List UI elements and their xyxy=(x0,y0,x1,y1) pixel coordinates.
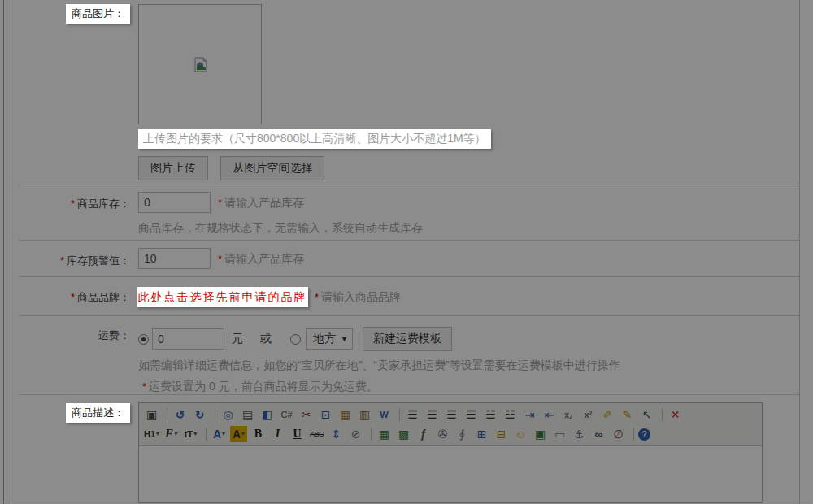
required-mark: * xyxy=(218,197,222,209)
warning-requirement-hint: *请输入产品库存 xyxy=(218,251,304,267)
cut-icon[interactable]: ✂ xyxy=(298,406,315,423)
freight-value-cell: 元 或 地方 ▼ 新建运费模板 如需编辑详细运费信息，如您的“宝贝所在地”、“卖… xyxy=(130,316,799,394)
attachment-icon[interactable]: ∮ xyxy=(454,426,471,442)
superscript-icon[interactable]: x² xyxy=(580,406,597,423)
page-break-icon[interactable]: ▭ xyxy=(551,426,568,442)
brand-label-cell: *商品品牌： xyxy=(19,277,130,315)
editor-content-area[interactable] xyxy=(139,446,762,502)
paste-text-icon[interactable]: ▥ xyxy=(356,406,373,423)
toolbar-separator xyxy=(215,408,215,421)
toolbar-separator xyxy=(633,428,634,441)
image-map-icon[interactable]: ▣ xyxy=(532,426,549,442)
broken-image-icon xyxy=(194,57,208,72)
editor-toolbar: ▣↺↻◎▤◧C#✂⊡▦▥W☰☰☰☰☱☳⇥⇤x₂x²✐✎↖✕ H1▾F▾tT▾A▾… xyxy=(139,403,762,446)
upload-image-button[interactable]: 图片上传 xyxy=(138,156,208,180)
freight-template-select[interactable]: 地方 ▼ xyxy=(306,328,353,350)
stock-warning-input[interactable] xyxy=(138,248,211,269)
toolbar-separator xyxy=(206,428,207,441)
row-product-image: 商品图片： 上传图片的要求（尺寸800*800以上高清晰、图片大小不超过1M等）… xyxy=(19,0,799,185)
select-all-icon[interactable]: ◧ xyxy=(259,406,276,423)
select-cursor-icon[interactable]: ↖ xyxy=(638,406,655,423)
upload-requirement-callout: 上传图片的要求（尺寸800*800以上高清晰、图片大小不超过1M等） xyxy=(138,129,491,149)
freight-fixed-radio[interactable] xyxy=(138,334,149,345)
align-center-icon[interactable]: ☰ xyxy=(424,406,441,423)
subscript-icon[interactable]: x₂ xyxy=(560,406,577,423)
copy-icon[interactable]: ⊡ xyxy=(317,406,334,423)
highlight-color-icon[interactable]: A▾ xyxy=(230,426,247,442)
freight-note-text: 运费设置为 0 元，前台商品将显示为免运费。 xyxy=(149,380,378,393)
link-icon[interactable]: ∞ xyxy=(590,426,607,442)
required-mark: * xyxy=(71,291,75,303)
paste-source-icon[interactable]: ▣ xyxy=(143,406,160,423)
row-product-brand: *商品品牌： 此处点击选择先前申请的品牌 *请输入商品品牌 xyxy=(19,277,799,316)
product-image-label: 商品图片： xyxy=(72,7,124,20)
product-form-table: 商品图片： 上传图片的要求（尺寸800*800以上高清晰、图片大小不超过1M等）… xyxy=(19,0,800,504)
choose-from-image-space-button[interactable]: 从图片空间选择 xyxy=(220,156,324,180)
stock-requirement-hint: *请输入产品库存 xyxy=(218,195,304,211)
freight-helper-text: 如需编辑详细运费信息，如您的“宝贝所在地”、“卖家承担运费”等设置需要在运费模板… xyxy=(138,358,799,373)
stock-input[interactable] xyxy=(138,192,211,213)
warning-label: 库存预警值： xyxy=(67,254,130,267)
freight-or-label: 或 xyxy=(260,332,272,346)
freight-label: 运费： xyxy=(98,329,130,341)
font-size-icon[interactable]: tT▾ xyxy=(182,426,199,442)
required-mark: * xyxy=(71,198,75,210)
justify-icon[interactable]: ☰ xyxy=(463,406,480,423)
font-family-icon[interactable]: F▾ xyxy=(163,426,180,442)
redo-icon[interactable]: ↻ xyxy=(191,406,208,423)
caret-down-icon: ▾ xyxy=(193,431,197,437)
unlink-icon[interactable]: ∅ xyxy=(610,426,627,442)
font-color-icon[interactable]: A▾ xyxy=(211,426,228,442)
fullscreen-icon[interactable]: ✕ xyxy=(667,406,684,423)
bold-icon[interactable]: B xyxy=(250,426,267,442)
remove-format-icon[interactable]: ⊘ xyxy=(347,426,364,442)
insert-images-icon[interactable]: ▩ xyxy=(395,426,412,442)
horizontal-rule-icon[interactable]: ⊟ xyxy=(493,426,510,442)
description-label-callout: 商品描述： xyxy=(66,403,130,423)
help-icon[interactable]: ? xyxy=(638,428,650,441)
anchor-icon[interactable]: ⚓ xyxy=(571,426,588,442)
bullet-list-icon[interactable]: ☳ xyxy=(502,406,519,423)
freight-template-radio[interactable] xyxy=(290,334,301,345)
preview-icon[interactable]: ◎ xyxy=(220,406,237,423)
edit-note-icon[interactable]: ✎ xyxy=(619,406,636,423)
product-image-label-callout: 商品图片： xyxy=(66,4,130,24)
row-freight: 运费： 元 或 地方 ▼ 新建运费模板 如需编辑详细运费信息，如您的“宝贝所在地… xyxy=(19,316,799,395)
heading-icon[interactable]: H1▾ xyxy=(143,426,160,442)
line-height-icon[interactable]: ⇕ xyxy=(328,426,345,442)
insert-video-icon[interactable]: ✇ xyxy=(434,426,451,442)
image-upload-placeholder[interactable] xyxy=(138,4,262,124)
align-right-icon[interactable]: ☰ xyxy=(443,406,460,423)
paste-icon[interactable]: ▦ xyxy=(337,406,354,423)
caret-down-icon: ▾ xyxy=(241,431,245,437)
required-mark: * xyxy=(60,254,64,267)
ordered-list-icon[interactable]: ☱ xyxy=(482,406,499,423)
brand-select-callout[interactable]: 此处点击选择先前申请的品牌 xyxy=(137,287,308,307)
italic-icon[interactable]: I xyxy=(269,426,286,442)
freight-amount-input[interactable] xyxy=(152,328,224,350)
freight-unit-label: 元 xyxy=(232,332,243,346)
align-left-icon[interactable]: ☰ xyxy=(404,406,421,423)
print-icon[interactable]: ▤ xyxy=(239,406,256,423)
strikethrough-icon[interactable]: ABC xyxy=(308,426,325,442)
format-brush-icon[interactable]: ✐ xyxy=(599,406,616,423)
stock-label: 商品库存： xyxy=(77,198,130,210)
outdent-icon[interactable]: ⇤ xyxy=(541,406,558,423)
source-code-icon[interactable]: C# xyxy=(278,406,295,423)
description-label: 商品描述： xyxy=(72,406,124,419)
stock-requirement-text: 请输入产品库存 xyxy=(224,196,304,209)
description-label-cell: 商品描述： xyxy=(19,395,130,504)
freight-template-selected-value: 地方 xyxy=(307,332,341,346)
emoticon-icon[interactable]: ☺ xyxy=(512,426,529,442)
undo-icon[interactable]: ↺ xyxy=(172,406,189,423)
paste-word-icon[interactable]: W xyxy=(376,406,393,423)
new-freight-template-button[interactable]: 新建运费模板 xyxy=(363,327,452,351)
insert-table-icon[interactable]: ⊞ xyxy=(473,426,490,442)
underline-icon[interactable]: U xyxy=(289,426,306,442)
row-product-stock: *商品库存： *请输入产品库存 商品库存，在规格状态下，无需输入，系统自动生成库… xyxy=(19,185,799,241)
indent-icon[interactable]: ⇥ xyxy=(521,406,538,423)
warning-label-cell: *库存预警值： xyxy=(19,241,130,276)
insert-image-icon[interactable]: ▦ xyxy=(376,426,393,442)
freight-note: *运费设置为 0 元，前台商品将显示为免运费。 xyxy=(138,379,799,394)
insert-flash-icon[interactable]: ƒ xyxy=(415,426,432,442)
